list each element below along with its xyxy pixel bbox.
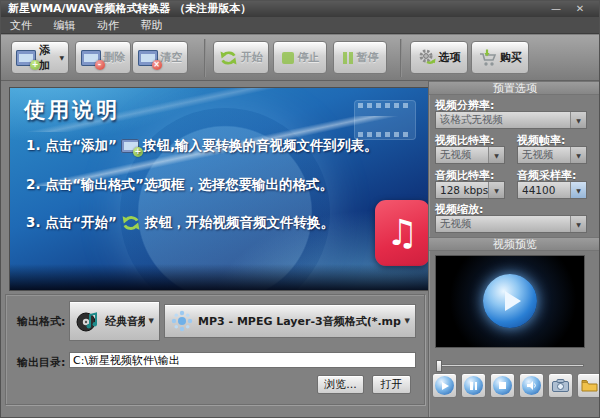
add-button[interactable]: + 添加 ▼ — [11, 41, 69, 74]
preview-header: 视频预览 — [429, 237, 600, 251]
minimize-button[interactable]: — — [547, 2, 565, 15]
open-button[interactable]: 打开 — [372, 375, 411, 394]
video-resolution-select[interactable]: 该格式无视频 ▼ — [435, 111, 587, 129]
stop-button[interactable] — [490, 373, 515, 398]
chevron-down-icon[interactable]: ▼ — [488, 147, 504, 163]
music-app-icon: ♫ — [375, 200, 429, 266]
menu-bar: 文件 编辑 动作 帮助 — [1, 17, 599, 34]
output-category-value: 经典音频 — [105, 314, 145, 329]
preview-play-button[interactable] — [483, 274, 537, 328]
browse-button[interactable]: 浏览... — [317, 375, 364, 394]
chevron-down-icon[interactable]: ▼ — [570, 182, 586, 198]
menu-action[interactable]: 动作 — [88, 17, 128, 34]
add-file-icon: + — [121, 139, 139, 153]
options-button[interactable]: 选项 — [410, 41, 468, 74]
video-scale-value: 无视频 — [436, 217, 570, 231]
video-framerate-select[interactable]: 无视频 ▼ — [517, 146, 587, 164]
video-bitrate-value: 无视频 — [436, 148, 488, 162]
filmstrip-watermark-icon — [354, 100, 416, 140]
instruction-step-2: 2. 点击“输出格式”选项框，选择您要输出的格式。 — [26, 176, 333, 194]
output-format-value: MP3 - MPEG Layer-3音频格式(*.mp3) — [198, 314, 401, 329]
stop-icon — [493, 376, 512, 395]
convert-arrows-icon — [219, 50, 238, 66]
output-category-select[interactable]: 经典音频 ▼ — [69, 301, 160, 341]
toolbar-separator — [204, 39, 206, 77]
volume-button[interactable] — [519, 373, 544, 398]
delete-file-icon: - — [81, 50, 101, 66]
delete-button[interactable]: - 删除 — [75, 41, 131, 74]
menu-help[interactable]: 帮助 — [132, 17, 172, 34]
video-resolution-value: 该格式无视频 — [436, 113, 570, 127]
chevron-down-icon[interactable]: ▼ — [570, 112, 586, 128]
audio-samplerate-select[interactable]: 44100 ▼ — [517, 181, 587, 199]
pause-button[interactable]: 暂停 — [333, 41, 387, 74]
output-dir-label: 输出目录: — [17, 355, 65, 370]
preset-panel: 预置选项 视频分辨率: 该格式无视频 ▼ 视频比特率: 视频帧率: 无视频 ▼ … — [428, 81, 600, 418]
clear-list-icon: × — [138, 50, 158, 66]
pause-bars-icon — [342, 51, 354, 65]
chevron-down-icon[interactable]: ▼ — [570, 216, 586, 232]
audio-cd-icon — [75, 308, 101, 334]
convert-arrows-icon — [121, 215, 141, 231]
instruction-step-1: 1. 点击“添加” + 按钮,输入要转换的音视频文件到列表。 — [26, 137, 378, 155]
play-icon — [435, 376, 454, 395]
audio-bitrate-value: 128 kbps — [436, 184, 488, 196]
output-dir-input[interactable] — [69, 352, 416, 368]
app-window: 新星WMA/WAV音频格式转换器 （未注册版本） — ✕ 文件 编辑 动作 帮助… — [0, 0, 600, 418]
chevron-down-icon: ▼ — [149, 317, 154, 325]
instruction-step-3: 3. 点击“开始” 按钮，开始视频音频文件转换。 — [26, 214, 334, 232]
music-note-icon: ♫ — [386, 215, 418, 251]
seek-slider[interactable] — [436, 364, 584, 367]
output-format-select[interactable]: MP3 - MPEG Layer-3音频格式(*.mp3) ▼ — [164, 304, 416, 338]
video-bitrate-select[interactable]: 无视频 ▼ — [435, 146, 505, 164]
pause-icon — [464, 376, 483, 395]
instructions-panel: 使用说明 1. 点击“添加” + 按钮,输入要转换的音视频文件到列表。 2. 点… — [9, 87, 429, 291]
start-button[interactable]: 开始 — [213, 41, 269, 74]
open-folder-button[interactable] — [577, 373, 600, 398]
buy-button[interactable]: 购买 — [471, 41, 529, 74]
audio-samplerate-value: 44100 — [518, 184, 570, 196]
stop-square-icon — [281, 51, 295, 65]
audio-bitrate-select[interactable]: 128 kbps ▼ — [435, 181, 505, 199]
seek-slider-handle[interactable] — [436, 360, 442, 372]
instructions-title: 使用说明 — [24, 96, 120, 124]
folder-icon — [581, 379, 598, 392]
title-bar: 新星WMA/WAV音频格式转换器 （未注册版本） — [1, 1, 599, 17]
pause-button[interactable] — [461, 373, 486, 398]
video-framerate-value: 无视频 — [518, 148, 570, 162]
clear-button[interactable]: × 清空 — [132, 41, 188, 74]
video-scale-select[interactable]: 无视频 ▼ — [435, 215, 587, 233]
play-button[interactable] — [432, 373, 457, 398]
gear-icon — [418, 49, 436, 66]
shopping-cart-icon — [478, 49, 497, 67]
menu-file[interactable]: 文件 — [1, 17, 41, 34]
speaker-icon — [522, 376, 541, 395]
snapshot-button[interactable] — [548, 373, 573, 398]
output-format-label: 输出格式: — [17, 314, 65, 329]
chevron-down-icon[interactable]: ▼ — [488, 182, 504, 198]
chevron-down-icon: ▼ — [59, 54, 64, 61]
menu-edit[interactable]: 编辑 — [45, 17, 85, 34]
window-title: 新星WMA/WAV音频格式转换器 （未注册版本） — [8, 2, 251, 15]
chevron-down-icon[interactable]: ▼ — [570, 147, 586, 163]
toolbar: + 添加 ▼ - 删除 × 清空 — [1, 35, 599, 81]
preset-header: 预置选项 — [429, 81, 600, 95]
play-icon — [505, 291, 521, 311]
video-preview — [435, 255, 585, 348]
chevron-down-icon: ▼ — [405, 317, 410, 325]
format-sparkle-icon — [170, 309, 194, 333]
stop-button[interactable]: 停止 — [273, 41, 327, 74]
toolbar-separator — [400, 39, 402, 77]
add-file-icon: + — [16, 50, 36, 66]
camera-icon — [552, 379, 569, 392]
close-button[interactable]: ✕ — [571, 2, 589, 15]
